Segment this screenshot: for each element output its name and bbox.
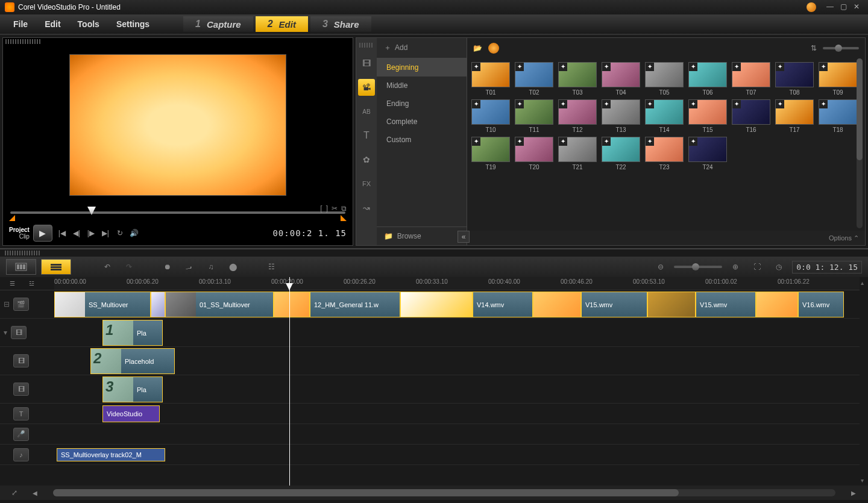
film-reel-icon[interactable]: [488, 43, 499, 54]
timeline-ruler[interactable]: 00:00:00.0000:00:06.2000:00:13.1000:00:2…: [54, 277, 860, 290]
menu-tools[interactable]: Tools: [69, 19, 108, 29]
go-start-icon[interactable]: |◀: [55, 226, 69, 240]
minimize-button[interactable]: —: [823, 2, 837, 12]
thumb-t05[interactable]: ✦T05: [644, 62, 684, 96]
folder-open-icon[interactable]: 📂: [473, 44, 482, 52]
menu-file[interactable]: File: [5, 19, 36, 29]
go-end-icon[interactable]: ▶|: [98, 226, 113, 240]
zoom-out-icon[interactable]: ⊖: [652, 260, 669, 274]
panel-grip[interactable]: [5, 39, 42, 44]
resize-panel-icon[interactable]: ⤢: [6, 486, 23, 500]
add-category-button[interactable]: ＋ Add: [377, 38, 467, 58]
video-track[interactable]: SS_Multiover 01_SS_Multiover 12_HM_Gener…: [54, 290, 860, 319]
overlay3-track-icon[interactable]: 🎞: [13, 383, 29, 396]
overlay1-track-icon[interactable]: 🎞: [11, 326, 27, 339]
thumb-t07[interactable]: ✦T07: [731, 62, 771, 96]
thumb-t23[interactable]: ✦T23: [644, 137, 684, 170]
thumb-t01[interactable]: ✦T01: [471, 62, 511, 96]
help-orb-icon[interactable]: [807, 2, 816, 12]
path-tab-icon[interactable]: ↝: [358, 199, 375, 216]
volume-icon[interactable]: 🔊: [127, 226, 142, 240]
zoom-slider[interactable]: [674, 266, 722, 268]
timeline-tracks[interactable]: 00:00:00.0000:00:06.2000:00:13.1000:00:2…: [54, 277, 860, 486]
title-track-icon[interactable]: T: [13, 407, 29, 420]
scroll-down-icon[interactable]: ▾: [861, 477, 867, 483]
overlay2-track-icon[interactable]: 🎞: [13, 354, 29, 367]
music-track[interactable]: SS_Multioverlay track02_M: [54, 445, 860, 465]
sort-icon[interactable]: ⇅: [811, 44, 817, 52]
menu-settings[interactable]: Settings: [108, 19, 158, 29]
thumb-t24[interactable]: ✦T24: [688, 137, 728, 170]
expand-icon[interactable]: ⊟: [4, 300, 10, 308]
voice-track-icon[interactable]: 🎤: [13, 428, 29, 441]
play-button[interactable]: ▶: [33, 225, 52, 242]
fit-timeline-icon[interactable]: ⛶: [749, 260, 766, 274]
collapse-icon[interactable]: ▾: [4, 328, 7, 337]
list-icon[interactable]: ☳: [23, 277, 40, 291]
menu-edit[interactable]: Edit: [36, 19, 69, 29]
scroll-right-icon[interactable]: ▶: [845, 486, 862, 500]
template-tab-icon[interactable]: 📽: [358, 79, 375, 96]
thumb-t20[interactable]: ✦T20: [514, 137, 554, 170]
mark-in-icon[interactable]: [9, 215, 15, 221]
audio-mixer-icon[interactable]: ᎕: [181, 260, 198, 274]
thumb-t02[interactable]: ✦T02: [514, 62, 554, 96]
voice-track[interactable]: [54, 424, 860, 445]
playhead[interactable]: [289, 277, 290, 486]
maximize-button[interactable]: ▢: [837, 2, 850, 12]
thumb-t08[interactable]: ✦T08: [775, 62, 814, 96]
thumb-t15[interactable]: ✦T15: [688, 99, 728, 133]
thumb-t13[interactable]: ✦T13: [601, 99, 641, 133]
undo-icon[interactable]: ↶: [99, 260, 116, 274]
media-tab-icon[interactable]: 🎞: [358, 55, 375, 72]
step-capture[interactable]: 1Capture: [183, 16, 253, 32]
mark-out-icon[interactable]: [341, 215, 347, 221]
cat-custom[interactable]: Custom: [377, 131, 467, 149]
options-toggle[interactable]: Options ⌃: [829, 234, 859, 242]
clock-icon[interactable]: ◷: [770, 260, 787, 274]
fx-tab-icon[interactable]: FX: [358, 175, 375, 192]
timeline-mode-button[interactable]: [41, 259, 71, 275]
toggle-view-icon[interactable]: ☰: [4, 277, 20, 291]
preview-timecode[interactable]: 00:00:2 1. 15: [272, 228, 347, 238]
track-motion-icon[interactable]: ⬤: [224, 260, 241, 274]
thumb-t16[interactable]: ✦T16: [731, 99, 771, 133]
cat-beginning[interactable]: Beginning: [377, 58, 467, 77]
overlay3-track[interactable]: 3Pla: [54, 375, 860, 404]
step-edit[interactable]: 2Edit: [256, 16, 308, 32]
video-track-icon[interactable]: 🎬: [13, 298, 29, 311]
storyboard-mode-button[interactable]: [6, 259, 36, 275]
thumb-t18[interactable]: ✦T18: [818, 99, 858, 133]
mark-out-button[interactable]: ]: [326, 204, 328, 213]
timeline-vscroll[interactable]: ▴ ▾: [860, 277, 868, 486]
next-frame-icon[interactable]: |▶: [84, 226, 98, 240]
timeline-hscroll[interactable]: [53, 489, 835, 496]
scrubber[interactable]: [ ] ✂ ⧉: [10, 207, 345, 219]
title-track[interactable]: VideoStudio: [54, 404, 860, 424]
auto-music-icon[interactable]: ♫: [203, 260, 219, 274]
thumb-t17[interactable]: ✦T17: [775, 99, 814, 133]
library-scrollbar[interactable]: [857, 58, 863, 228]
thumb-t12[interactable]: ✦T12: [558, 99, 597, 133]
graphic-tab-icon[interactable]: ✿: [358, 151, 375, 168]
overlay1-track[interactable]: 1Pla: [54, 319, 860, 347]
thumb-t14[interactable]: ✦T14: [644, 99, 684, 133]
thumb-t03[interactable]: ✦T03: [558, 62, 597, 96]
thumb-t19[interactable]: ✦T19: [471, 137, 511, 170]
thumb-t11[interactable]: ✦T11: [514, 99, 554, 133]
redo-icon[interactable]: ↷: [121, 260, 137, 274]
music-track-icon[interactable]: ♪: [13, 448, 29, 461]
cut-icon[interactable]: ✂: [332, 204, 338, 213]
collapse-categories-icon[interactable]: «: [458, 231, 470, 243]
cat-middle[interactable]: Middle: [377, 77, 467, 95]
thumb-t09[interactable]: ✦T09: [818, 62, 858, 96]
prev-frame-icon[interactable]: ◀|: [69, 226, 84, 240]
record-icon[interactable]: ⏺: [159, 260, 176, 274]
timeline-timecode[interactable]: 0:0 1: 12. 15: [792, 261, 862, 273]
browse-button[interactable]: 📁 Browse: [377, 227, 467, 245]
thumb-t10[interactable]: ✦T10: [471, 99, 511, 133]
zoom-in-icon[interactable]: ⊕: [727, 260, 744, 274]
overlay2-track[interactable]: 2Placehold: [54, 347, 860, 375]
mark-in-button[interactable]: [: [320, 204, 322, 213]
close-button[interactable]: ✕: [850, 2, 863, 12]
